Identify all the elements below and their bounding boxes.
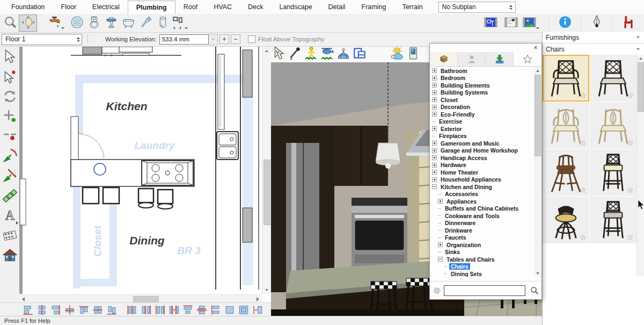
tree-item-tables-and-chairs[interactable]: Tables and Chairs: [431, 256, 528, 263]
distribute-vertically-button[interactable]: [195, 304, 208, 316]
tree-item-exercise[interactable]: Exercise: [431, 118, 528, 126]
favorite-star-icon[interactable]: ☆: [580, 138, 587, 148]
tree-item-bedroom[interactable]: Bedroom: [431, 75, 528, 82]
faucet-dropdown-arrow[interactable]: [61, 27, 64, 29]
tree-item-decoration[interactable]: Decoration: [431, 104, 528, 111]
favorite-star-icon[interactable]: ☆: [627, 233, 634, 242]
library-tab-download[interactable]: [486, 52, 514, 66]
sink-button[interactable]: [103, 15, 120, 31]
center-both-axes-button[interactable]: [63, 304, 76, 316]
favorite-star-icon[interactable]: ☆: [627, 138, 634, 148]
camera-view-button[interactable]: [521, 15, 541, 31]
menu-tab-plumbing[interactable]: Plumbing: [128, 1, 175, 15]
menu-tab-deck[interactable]: Deck: [240, 0, 271, 14]
furnishing-item-splat-back-side-chair-light[interactable]: ☆: [590, 102, 636, 149]
tree-item-dining-sets[interactable]: Dining Sets: [431, 270, 528, 277]
zoom-button[interactable]: [2, 15, 19, 31]
align-right-edge-button[interactable]: [49, 304, 62, 316]
favorite-star-icon[interactable]: ☆: [580, 185, 587, 195]
orbit-button[interactable]: [335, 47, 352, 62]
subplan-dropdown[interactable]: No Subplan: [438, 2, 516, 13]
fittings-dropdown-arrow[interactable]: [185, 27, 188, 29]
faucet-button[interactable]: [48, 15, 65, 31]
tree-item-organization[interactable]: Organization: [431, 241, 528, 249]
water-heater-button[interactable]: [154, 15, 171, 31]
extend-button[interactable]: [1, 168, 18, 185]
furnishing-item-wooden-high-chair[interactable]: ☆: [543, 149, 589, 196]
camera-view-dropdown-arrow[interactable]: [536, 27, 539, 29]
tree-item-kitchen-and-dining[interactable]: Kitchen and Dining: [431, 183, 528, 191]
trim-button[interactable]: [1, 148, 18, 165]
expand-icon[interactable]: [438, 199, 443, 204]
library-chair-button[interactable]: [612, 15, 644, 32]
align-bottom-edge-button[interactable]: [21, 304, 34, 316]
sprayer-button[interactable]: [137, 15, 154, 31]
bathtub-button[interactable]: [120, 15, 137, 31]
expand-icon[interactable]: [432, 90, 437, 95]
furnishing-item-lattice-bar-stool-gray[interactable]: ☆: [590, 197, 636, 243]
tree-item-closet[interactable]: Closet: [431, 96, 528, 104]
menu-tab-framing[interactable]: Framing: [354, 0, 394, 14]
align-left-sides-button[interactable]: [126, 304, 138, 316]
library-tab-person[interactable]: [458, 52, 486, 66]
tree-item-gameroom-and-music[interactable]: Gameroom and Music: [431, 140, 528, 147]
furnishings-subcategory-dropdown[interactable]: Chairs: [543, 44, 644, 55]
expand-icon[interactable]: [432, 155, 437, 160]
expand-icon[interactable]: [432, 97, 437, 102]
tree-item-faucets[interactable]: Faucets: [431, 234, 528, 242]
rotate-button[interactable]: [1, 89, 18, 106]
select3d-button[interactable]: [271, 47, 287, 62]
tree-item-bathroom[interactable]: Bathroom: [431, 67, 528, 75]
expand-icon[interactable]: [432, 68, 437, 73]
tree-item-home-theater[interactable]: Home Theater: [431, 169, 528, 176]
pen-button[interactable]: [581, 15, 612, 32]
favorite-star-icon[interactable]: ☆: [580, 233, 587, 242]
menu-tab-electrical[interactable]: Electrical: [84, 0, 128, 14]
menu-tab-terrain[interactable]: Terrain: [394, 0, 430, 14]
drain-button[interactable]: [68, 15, 85, 31]
tree-item-fireplaces[interactable]: Fireplaces: [431, 133, 528, 140]
subplan-spinner[interactable]: [508, 2, 514, 12]
furnishing-item-splat-back-armchair-light[interactable]: ☆: [543, 102, 589, 149]
break-line-button[interactable]: [1, 128, 18, 146]
furnishing-item-fretwork-armchair-dark[interactable]: ☆: [543, 55, 589, 102]
tree-item-household-appliances[interactable]: Household Appliances: [431, 176, 528, 184]
elevation-increase-button[interactable]: +: [219, 34, 229, 44]
close-icon[interactable]: ×: [532, 44, 539, 52]
plan-view-button[interactable]: [480, 15, 501, 31]
floor-select[interactable]: Floor 1: [2, 34, 82, 45]
favorite-star-icon[interactable]: ☆: [627, 185, 634, 195]
tree-item-accessories[interactable]: Accessories: [431, 191, 528, 198]
expand-icon[interactable]: [432, 148, 437, 153]
select-button[interactable]: [1, 49, 18, 66]
tree-item-buffets-and-china-cabinets[interactable]: Buffets and China Cabinets: [431, 205, 528, 213]
elevation-dropdown-button[interactable]: [209, 34, 218, 45]
pan-button[interactable]: [19, 15, 37, 32]
tree-item-chairs[interactable]: Chairs: [431, 263, 528, 271]
place-point-button[interactable]: [1, 109, 18, 126]
working-elevation-input[interactable]: [159, 34, 209, 45]
tree-item-appliances[interactable]: Appliances: [431, 198, 528, 205]
menu-tab-foundation[interactable]: Foundation: [3, 0, 53, 14]
tree-item-drinkware[interactable]: Drinkware: [431, 227, 528, 234]
floor-plan-view[interactable]: KitchenLaundryClosetDiningBR 3: [19, 46, 271, 303]
expand-icon[interactable]: [432, 141, 437, 146]
collapse-icon[interactable]: [432, 184, 437, 189]
menu-tab-detail[interactable]: Detail: [320, 0, 354, 14]
tree-item-cookware-and-tools[interactable]: Cookware and Tools: [431, 212, 528, 220]
library-search-input[interactable]: [444, 285, 525, 296]
info-button[interactable]: [549, 15, 581, 32]
expand-icon[interactable]: [432, 177, 437, 182]
tree-item-garage-and-home-workshop[interactable]: Garage and Home Workshop: [431, 147, 528, 155]
float-above-topography-checkbox[interactable]: [248, 35, 255, 43]
sheet-view-button[interactable]: [501, 15, 521, 31]
menu-tab-floor[interactable]: Floor: [53, 0, 84, 14]
align-inner-sides-button[interactable]: [140, 304, 152, 316]
furnishings-category-dropdown[interactable]: Furnishings: [543, 32, 644, 44]
align-outer-sides-button[interactable]: [153, 304, 166, 316]
tree-item-handicap-access[interactable]: Handicap Access: [431, 154, 528, 162]
favorite-star-icon[interactable]: ☆: [580, 91, 587, 100]
library-tab-box[interactable]: [430, 52, 458, 66]
library-favorites-star-icon[interactable]: [514, 52, 541, 66]
tree-item-sinks[interactable]: Sinks: [431, 249, 528, 256]
